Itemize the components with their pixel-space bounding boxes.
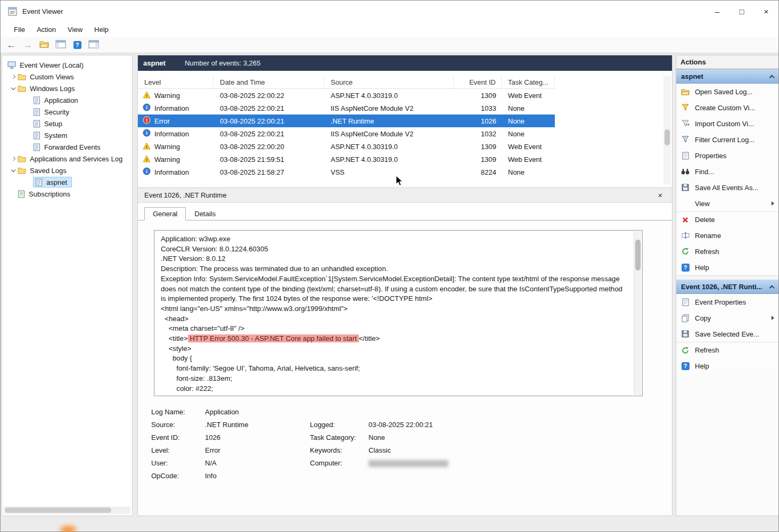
title-bar: Event Viewer – □ × — [1, 1, 778, 22]
menu-help[interactable]: Help — [88, 23, 114, 36]
back-button[interactable]: ← — [4, 38, 19, 52]
action-create-custom-view[interactable]: Create Custom Vi... — [676, 100, 778, 116]
tree-item-application[interactable]: Application — [2, 94, 132, 106]
column-header-event-id[interactable]: Event ID — [454, 76, 502, 88]
information-icon: i — [143, 129, 151, 138]
source-cell: .NET Runtime — [324, 117, 454, 125]
action-refresh-event[interactable]: Refresh — [676, 342, 778, 358]
action-refresh[interactable]: Refresh — [676, 243, 778, 259]
action-label: Copy — [695, 314, 711, 322]
event-row[interactable]: !Warning 03-08-2025 22:00:20 ASP.NET 4.0… — [138, 140, 555, 153]
column-header-task-category[interactable]: Task Categ... — [502, 76, 555, 88]
event-list-scrollbar-thumb[interactable] — [665, 129, 670, 145]
tree-horizontal-scrollbar[interactable] — [4, 506, 130, 514]
event-text-scrollbar-thumb[interactable] — [635, 240, 641, 271]
event-row[interactable]: iInformation 03-08-2025 22:00:21 IIS Asp… — [138, 102, 555, 114]
event-row[interactable]: !Warning 03-08-2025 21:59:51 ASP.NET 4.0… — [138, 153, 555, 166]
level-cell: Information — [154, 168, 189, 176]
console-tree-icon — [55, 40, 66, 50]
action-help[interactable]: ? Help — [676, 259, 778, 275]
event-row[interactable]: iInformation 03-08-2025 21:58:27 VSS 822… — [138, 166, 555, 178]
action-find[interactable]: Find... — [676, 163, 778, 179]
expand-chevron-icon[interactable] — [9, 157, 18, 160]
collapse-chevron-icon[interactable] — [9, 170, 18, 171]
action-filter-current-log[interactable]: Filter Current Log... — [676, 132, 778, 148]
field-label — [310, 408, 368, 416]
help-button[interactable]: ? — [70, 38, 85, 52]
forward-button[interactable]: → — [20, 38, 35, 52]
action-label: Help — [695, 264, 709, 272]
tree-item-event-viewer-local[interactable]: Event Viewer (Local) — [2, 59, 132, 71]
tree-item-saved-logs[interactable]: Saved Logs — [2, 165, 132, 176]
event-text-line: color: #222; — [161, 384, 627, 394]
action-open-saved-log[interactable]: Open Saved Log... — [676, 84, 778, 100]
action-delete[interactable]: Delete — [676, 211, 778, 227]
event-row[interactable]: !Warning 03-08-2025 22:00:22 ASP.NET 4.0… — [138, 89, 555, 102]
menu-file[interactable]: File — [8, 23, 31, 36]
action-view[interactable]: View — [676, 195, 778, 211]
computer-icon — [7, 61, 16, 69]
actions-section-aspnet-header[interactable]: aspnet — [676, 69, 778, 84]
close-button[interactable]: × — [754, 1, 778, 22]
event-row-selected[interactable]: !Error 03-08-2025 22:00:21 .NET Runtime … — [138, 114, 555, 127]
column-header-level[interactable]: Level — [138, 76, 214, 88]
action-copy[interactable]: Copy — [676, 310, 778, 326]
show-console-tree-button[interactable] — [53, 38, 68, 52]
find-binoculars-icon — [680, 168, 690, 175]
saved-log-icon — [35, 178, 43, 186]
column-header-date-time[interactable]: Date and Time — [214, 76, 324, 88]
action-label: Properties — [695, 152, 726, 160]
level-cell: Information — [154, 104, 189, 112]
action-import-custom-view[interactable]: Import Custom Vi... — [676, 116, 778, 132]
event-text-line-title: <title> HTTP Error 500.30 - ASP.NET Core… — [161, 334, 627, 344]
field-label: Log Name: — [151, 408, 205, 416]
action-event-properties[interactable]: Event Properties — [676, 294, 778, 310]
detail-header: Event 1026, .NET Runtime × — [138, 188, 672, 203]
tree-item-system[interactable]: System — [2, 129, 132, 141]
close-detail-icon[interactable]: × — [655, 191, 666, 200]
maximize-button[interactable]: □ — [729, 1, 754, 22]
task-category-cell: None — [502, 104, 555, 112]
expand-chevron-icon[interactable] — [9, 75, 18, 78]
action-properties[interactable]: Properties — [676, 148, 778, 163]
column-header-source[interactable]: Source — [324, 76, 454, 88]
event-text-scrollbar[interactable] — [634, 231, 642, 395]
action-rename[interactable]: Rename — [676, 227, 778, 243]
level-cell: Error — [154, 117, 170, 125]
minimize-button[interactable]: – — [705, 1, 729, 22]
action-label: Save Selected Eve... — [695, 330, 759, 338]
action-help-event[interactable]: ? Help — [676, 358, 778, 374]
open-saved-log-button[interactable] — [37, 38, 52, 52]
field-label: Computer: — [310, 459, 368, 467]
information-icon: i — [143, 167, 151, 177]
tree-item-aspnet[interactable]: aspnet — [2, 176, 132, 188]
event-row[interactable]: iInformation 03-08-2025 22:00:21 IIS Asp… — [138, 127, 555, 140]
action-save-selected-events[interactable]: Save Selected Eve... — [676, 326, 778, 342]
menu-action[interactable]: Action — [31, 23, 62, 36]
folder-icon — [18, 167, 26, 174]
show-action-pane-button[interactable] — [86, 38, 101, 52]
collapse-chevron-icon[interactable] — [9, 88, 18, 89]
event-text-line: <style> — [161, 344, 627, 354]
field-label: OpCode: — [151, 472, 205, 480]
tree-item-applications-and-services-logs[interactable]: Applications and Services Log — [2, 153, 132, 165]
actions-section-event-header[interactable]: Event 1026, .NET Runti... — [676, 280, 778, 294]
tree-horizontal-scrollbar-thumb[interactable] — [5, 508, 111, 513]
tree-item-windows-logs[interactable]: Windows Logs — [2, 83, 132, 94]
tab-general[interactable]: General — [144, 207, 186, 220]
tree-label: Saved Logs — [30, 167, 67, 175]
tree-item-custom-views[interactable]: Custom Views — [2, 71, 132, 83]
menu-view[interactable]: View — [62, 23, 88, 36]
event-list-scrollbar[interactable] — [663, 76, 671, 184]
text-segment: <title> — [161, 334, 188, 342]
error-icon: ! — [143, 116, 151, 126]
tree-item-setup[interactable]: Setup — [2, 118, 132, 129]
log-icon — [33, 108, 40, 116]
tree-item-security[interactable]: Security — [2, 106, 132, 118]
event-description-box[interactable]: Application: w3wp.exe CoreCLR Version: 8… — [154, 230, 643, 396]
action-save-all-events-as[interactable]: Save All Events As... — [676, 179, 778, 195]
tree-item-subscriptions[interactable]: Subscriptions — [2, 188, 132, 200]
field-value: 03-08-2025 22:00:21 — [368, 421, 567, 429]
tree-item-forwarded-events[interactable]: Forwarded Events — [2, 141, 132, 153]
tab-details[interactable]: Details — [186, 207, 224, 220]
